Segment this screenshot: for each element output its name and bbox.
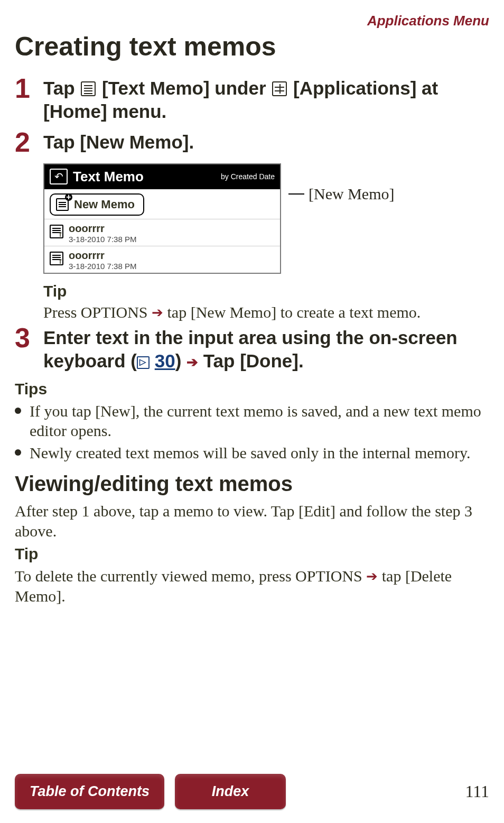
arrow-right-icon: ➔ [366, 569, 378, 584]
new-memo-label: New Memo [74, 198, 135, 211]
page-ref-link[interactable]: 30 [155, 350, 175, 371]
back-arrow-icon: ↶ [54, 171, 63, 182]
tip-heading: Tip [43, 282, 489, 300]
memo-icon [50, 225, 63, 238]
step-1: 1 Tap [Text Memo] under [Applications] a… [15, 77, 489, 123]
tip-text: To delete the currently viewed memo, pre… [15, 566, 489, 606]
tip-heading: Tip [15, 545, 489, 563]
applications-icon [272, 81, 287, 96]
memo-icon [50, 252, 63, 265]
subsection-title: Viewing/editing text memos [15, 472, 489, 496]
text-memo-icon [81, 81, 96, 96]
body-text: After step 1 above, tap a memo to view. … [15, 501, 489, 541]
tip-item: If you tap [New], the current text memo … [15, 401, 489, 441]
new-memo-icon [56, 198, 69, 211]
memo-list-item[interactable]: ooorrrr 3-18-2010 7:38 PM [44, 246, 280, 273]
memo-date: 3-18-2010 7:38 PM [69, 262, 136, 271]
index-button[interactable]: Index [175, 774, 286, 809]
mock-title: Text Memo [73, 169, 216, 185]
back-button[interactable]: ↶ [50, 169, 68, 184]
header-breadcrumb[interactable]: Applications Menu [15, 13, 489, 29]
screenshot-figure: ↶ Text Memo by Created Date New Memo ooo… [43, 163, 489, 274]
step-text: Tap [43, 78, 80, 98]
step-number: 1 [15, 75, 43, 102]
callout-label: [New Memo] [304, 185, 394, 203]
step-2: 2 Tap [New Memo]. [15, 131, 489, 156]
step-text: ) [175, 350, 186, 371]
tip-text: Press OPTIONS ➔ tap [New Memo] to create… [43, 302, 489, 322]
memo-title: ooorrrr [69, 249, 136, 262]
step-number: 2 [15, 128, 43, 156]
step-text: Tap [Done]. [198, 350, 304, 371]
memo-title: ooorrrr [69, 223, 136, 235]
tips-heading: Tips [15, 380, 489, 398]
text-memo-app-mock: ↶ Text Memo by Created Date New Memo ooo… [43, 163, 281, 274]
page-ref-icon [137, 356, 150, 369]
arrow-right-icon: ➔ [152, 305, 163, 320]
toc-button[interactable]: Table of Contents [15, 774, 164, 809]
step-text: Tap [New Memo]. [43, 131, 489, 154]
memo-date: 3-18-2010 7:38 PM [69, 235, 136, 244]
tips-list: If you tap [New], the current text memo … [15, 401, 489, 463]
step-number: 3 [15, 324, 43, 352]
tip-item: Newly created text memos will be saved o… [15, 443, 489, 463]
page-title: Creating text memos [15, 31, 489, 62]
new-memo-button[interactable]: New Memo [50, 193, 144, 216]
step-text: [Text Memo] under [97, 78, 271, 98]
arrow-right-icon: ➔ [186, 354, 198, 370]
page-number: 111 [465, 782, 489, 801]
sort-label[interactable]: by Created Date [221, 172, 275, 181]
memo-list-item[interactable]: ooorrrr 3-18-2010 7:38 PM [44, 219, 280, 246]
step-3: 3 Enter text in the input area using the… [15, 326, 489, 373]
